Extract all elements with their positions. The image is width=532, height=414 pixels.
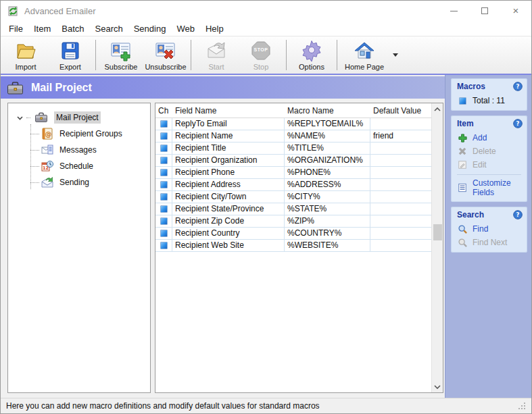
row-checkbox[interactable] — [160, 193, 168, 201]
macro-row[interactable]: Recipient Web Site %WEBSITE% — [155, 240, 431, 252]
home-page-dropdown[interactable] — [389, 38, 402, 72]
macro-row[interactable]: Recipient City/Town %CITY% — [155, 191, 431, 203]
add-button[interactable]: Add — [451, 131, 527, 145]
chevron-down-icon — [393, 53, 398, 57]
row-checkbox[interactable] — [160, 157, 168, 164]
subscribe-button[interactable]: Subscribe — [99, 38, 143, 72]
toolbar-separator — [191, 40, 191, 70]
resize-grip[interactable] — [518, 403, 525, 409]
macro-row[interactable]: Recipient Phone %PHONE% — [155, 167, 431, 179]
column-header-default-value[interactable]: Default Value — [370, 103, 431, 118]
customize-fields-label: Customize Fields — [473, 178, 521, 197]
import-button[interactable]: Import — [3, 38, 48, 72]
menu-item[interactable]: Item — [28, 22, 56, 35]
macro-name-cell: %REPLYTOEMAIL% — [285, 118, 370, 130]
tree-dots — [30, 150, 39, 151]
row-checkbox[interactable] — [160, 230, 168, 237]
macros-grid: Ch Field Name Macro Name Default Value R… — [155, 103, 431, 392]
default-value-cell — [370, 143, 431, 155]
scroll-up-button[interactable] — [432, 103, 443, 115]
tree-node-recipient-groups[interactable]: @ Recipient Groups — [8, 126, 150, 142]
row-checkbox[interactable] — [160, 242, 168, 249]
menu-sending[interactable]: Sending — [128, 22, 172, 35]
tree-node-schedule[interactable]: 12 Schedule — [8, 158, 150, 174]
row-checkbox[interactable] — [160, 145, 168, 152]
row-checkbox[interactable] — [160, 120, 168, 128]
minimize-button[interactable] — [438, 1, 469, 21]
macro-row[interactable]: Recipient Title %TITLE% — [155, 143, 431, 155]
scroll-down-button[interactable] — [432, 381, 443, 392]
macro-row[interactable]: Recipient Organization %ORGANIZATION% — [155, 155, 431, 167]
tree-node-sending[interactable]: Sending — [8, 174, 150, 190]
macro-row[interactable]: Recipient Zip Code %ZIP% — [155, 215, 431, 228]
options-button[interactable]: Options — [289, 38, 334, 72]
macro-name-cell: %NAME% — [285, 130, 370, 143]
column-header-field-name[interactable]: Field Name — [172, 103, 285, 118]
menu-web[interactable]: Web — [171, 22, 200, 35]
toolbar-separator — [337, 40, 337, 70]
tree-label-schedule[interactable]: Schedule — [57, 160, 95, 172]
macro-row[interactable]: Recipient Address %ADDRESS% — [155, 179, 431, 191]
tree-label-mail-project[interactable]: Mail Project — [54, 111, 101, 124]
home-page-button[interactable]: Home Page — [340, 38, 389, 72]
menu-search[interactable]: Search — [90, 22, 128, 35]
row-checkbox[interactable] — [160, 181, 168, 188]
tree-node-mail-project[interactable]: Mail Project — [8, 109, 150, 126]
field-name-cell: ReplyTo Email — [172, 118, 285, 130]
default-value-cell — [370, 167, 431, 179]
macro-row[interactable]: ReplyTo Email %REPLYTOEMAIL% — [155, 118, 431, 130]
edit-pencil-icon — [457, 159, 468, 170]
field-name-cell: Recipient Name — [172, 130, 285, 143]
tree-dots — [30, 182, 39, 183]
project-tree-panel: Mail Project @ Recipient Groups — [7, 103, 151, 393]
column-header-ch[interactable]: Ch — [155, 103, 172, 118]
search-icon — [457, 224, 468, 234]
field-name-cell: Recipient Organization — [172, 155, 285, 167]
macro-row[interactable]: Recipient Name %NAME% friend — [155, 130, 431, 143]
scrollbar-thumb[interactable] — [433, 224, 442, 240]
menu-help[interactable]: Help — [200, 22, 229, 35]
macros-table-panel: Ch Field Name Macro Name Default Value R… — [155, 103, 443, 393]
content-area: Mail Project — [1, 74, 531, 398]
menu-file[interactable]: File — [3, 22, 28, 35]
edit-label: Edit — [473, 160, 487, 170]
macro-name-cell: %ADDRESS% — [285, 179, 370, 191]
row-checkbox[interactable] — [160, 217, 168, 225]
menu-batch[interactable]: Batch — [56, 22, 89, 35]
row-checkbox[interactable] — [160, 205, 168, 213]
svg-text:?: ? — [516, 211, 520, 218]
vertical-scrollbar[interactable] — [431, 103, 443, 392]
tree-node-messages[interactable]: Messages — [8, 142, 150, 158]
export-button[interactable]: Export — [48, 38, 93, 72]
find-button[interactable]: Find — [451, 222, 527, 236]
macro-name-cell: %STATE% — [285, 203, 370, 215]
help-icon[interactable]: ? — [513, 210, 523, 219]
schedule-icon: 12 — [41, 159, 54, 173]
folder-import-icon — [15, 40, 37, 61]
unsubscribe-button[interactable]: Unsubscribe — [143, 38, 188, 72]
customize-fields-button[interactable]: Customize Fields — [451, 177, 527, 199]
delete-button: Delete — [451, 145, 527, 158]
field-name-cell: Recipient City/Town — [172, 191, 285, 203]
status-bar: Here you can add new macro definitions a… — [1, 398, 531, 413]
help-icon[interactable]: ? — [513, 119, 523, 128]
title-bar: Advanced Emailer × — [1, 1, 531, 21]
macro-row[interactable]: Recipient Country %COUNTRY% — [155, 228, 431, 240]
chevron-expanded-icon[interactable] — [16, 114, 24, 122]
maximize-button[interactable] — [469, 1, 500, 21]
column-header-macro-name[interactable]: Macro Name — [285, 103, 370, 118]
close-button[interactable]: × — [500, 1, 531, 21]
home-page-label: Home Page — [345, 63, 384, 71]
tree-label-messages[interactable]: Messages — [57, 144, 99, 156]
toolbar-separator — [286, 40, 287, 70]
macro-row[interactable]: Recipient State/Province %STATE% — [155, 203, 431, 215]
search-section-header: Search ? — [451, 207, 527, 222]
help-icon[interactable]: ? — [513, 82, 523, 91]
row-checkbox[interactable] — [160, 169, 168, 176]
subscribe-icon — [110, 40, 132, 61]
tree-label-sending[interactable]: Sending — [57, 176, 91, 188]
row-checkbox[interactable] — [160, 132, 168, 140]
tree-label-recipient-groups[interactable]: Recipient Groups — [57, 128, 124, 140]
stop-badge: STOP — [250, 47, 272, 52]
stop-button: STOP Stop — [239, 38, 283, 72]
